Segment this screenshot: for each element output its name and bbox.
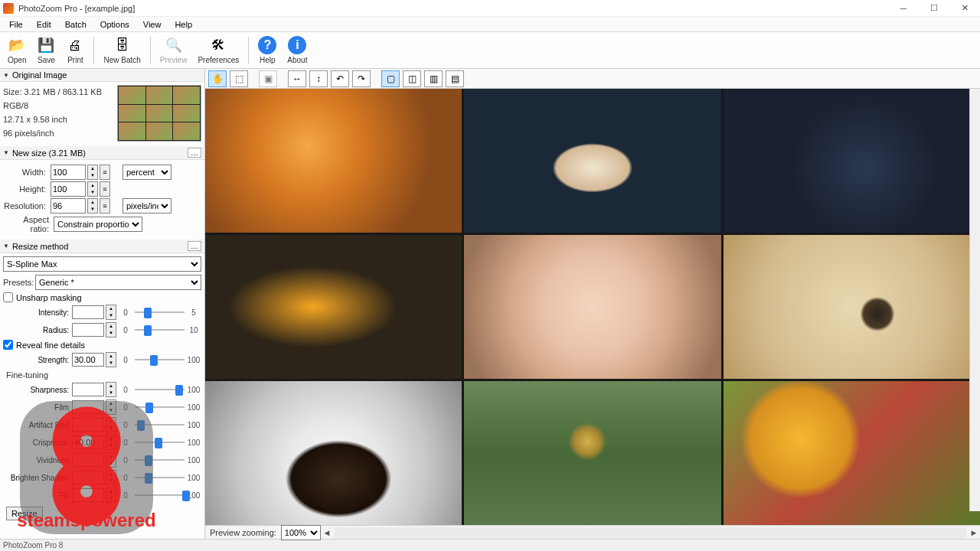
menu-batch[interactable]: Batch bbox=[59, 18, 93, 31]
sharp-slider[interactable] bbox=[135, 383, 185, 396]
preview-area[interactable] bbox=[205, 89, 980, 525]
sidebar: ▼ Original Image Size: 3.21 MB / 863.11 … bbox=[0, 69, 205, 539]
resolution-spinner[interactable]: ▲▼ bbox=[87, 198, 98, 214]
print-icon: 🖨 bbox=[66, 36, 84, 54]
crisp-spinner[interactable]: ▲▼ bbox=[106, 435, 116, 450]
width-link-button[interactable]: ≡ bbox=[100, 165, 110, 180]
vivid-slider[interactable] bbox=[135, 453, 185, 467]
aspect-label: Aspect ratio: bbox=[3, 215, 52, 233]
sharp-input[interactable] bbox=[72, 383, 104, 396]
resolution-unit-select[interactable]: pixels/inch bbox=[122, 198, 172, 214]
rotate-right-button[interactable]: ↷ bbox=[352, 70, 371, 87]
unsharp-checkbox[interactable] bbox=[3, 292, 13, 302]
fix-spinner[interactable]: ▲▼ bbox=[106, 487, 116, 503]
vivid-spinner[interactable]: ▲▼ bbox=[106, 452, 116, 468]
view-toolbar: ✋ ⬚ ▣ ↔ ↕ ↶ ↷ ▢ ◫ ▥ ▤ bbox=[205, 69, 980, 89]
hand-tool-button[interactable]: ✋ bbox=[208, 70, 227, 87]
menu-edit[interactable]: Edit bbox=[31, 18, 57, 31]
menu-file[interactable]: File bbox=[3, 18, 29, 31]
strength-spinner[interactable]: ▲▼ bbox=[106, 352, 116, 367]
view-single-button[interactable]: ▢ bbox=[381, 70, 400, 87]
fine-tuning-label: Fine-tuning bbox=[6, 370, 201, 380]
new batch-icon: 🗄 bbox=[113, 36, 132, 54]
save-button[interactable]: 💾Save bbox=[32, 34, 60, 66]
intensity-input[interactable] bbox=[72, 305, 104, 319]
artifact-input[interactable] bbox=[72, 418, 104, 432]
preferences-button[interactable]: 🛠Preferences bbox=[193, 34, 243, 66]
radius-label: Radius: bbox=[3, 326, 70, 334]
intensity-spinner[interactable]: ▲▼ bbox=[106, 305, 116, 320]
menu-options[interactable]: Options bbox=[94, 18, 136, 31]
film-input[interactable] bbox=[72, 400, 104, 414]
resolution-input[interactable] bbox=[51, 198, 86, 214]
rotate-left-button[interactable]: ↶ bbox=[331, 70, 349, 87]
radius-spinner[interactable]: ▲▼ bbox=[106, 322, 116, 337]
more-icon[interactable]: … bbox=[188, 241, 201, 251]
size-unit-select[interactable]: percent bbox=[122, 165, 172, 180]
width-input[interactable] bbox=[51, 165, 86, 180]
close-button[interactable]: ✕ bbox=[949, 0, 980, 17]
view-stacked-button[interactable]: ▤ bbox=[446, 70, 464, 87]
new-batch-button[interactable]: 🗄New Batch bbox=[99, 34, 145, 66]
horizontal-scrollbar[interactable] bbox=[335, 527, 966, 538]
preview-button[interactable]: 🔍Preview bbox=[155, 34, 192, 66]
height-link-button[interactable]: ≡ bbox=[100, 181, 110, 197]
minimize-button[interactable]: ─ bbox=[888, 0, 919, 17]
about-button[interactable]: iAbout bbox=[283, 34, 312, 66]
new-size-header[interactable]: ▼ New size (3.21 MB) … bbox=[0, 146, 204, 160]
vertical-scrollbar[interactable] bbox=[969, 89, 980, 511]
print-button[interactable]: 🖨Print bbox=[61, 34, 89, 66]
resolution-link-button[interactable]: ≡ bbox=[100, 198, 110, 214]
flip-h-button[interactable]: ↔ bbox=[288, 70, 306, 87]
maximize-button[interactable]: ☐ bbox=[919, 0, 949, 17]
height-input[interactable] bbox=[51, 181, 86, 197]
film-spinner[interactable]: ▲▼ bbox=[106, 399, 116, 415]
resize-method-select[interactable]: S-Spline Max bbox=[3, 256, 201, 272]
crisp-slider[interactable] bbox=[135, 435, 185, 449]
view-sidebyside-button[interactable]: ▥ bbox=[424, 70, 443, 87]
crop-tool-button[interactable]: ▣ bbox=[259, 70, 277, 87]
presets-select[interactable]: Generic * bbox=[35, 275, 201, 290]
original-dpi: 96 pixels/inch bbox=[3, 126, 113, 140]
height-spinner[interactable]: ▲▼ bbox=[87, 181, 98, 197]
intensity-slider[interactable] bbox=[135, 305, 185, 319]
width-spinner[interactable]: ▲▼ bbox=[87, 165, 98, 180]
fix-input[interactable] bbox=[72, 488, 104, 502]
more-icon[interactable]: … bbox=[188, 148, 201, 158]
radius-slider[interactable] bbox=[135, 323, 185, 337]
menu-help[interactable]: Help bbox=[168, 18, 198, 31]
flip-v-button[interactable]: ↕ bbox=[309, 70, 328, 87]
scroll-right-button[interactable]: ► bbox=[968, 528, 980, 537]
original-image-header[interactable]: ▼ Original Image bbox=[0, 69, 204, 82]
strength-input[interactable] bbox=[72, 353, 104, 367]
sharp-spinner[interactable]: ▲▼ bbox=[106, 382, 116, 397]
brighten-input[interactable] bbox=[72, 471, 104, 484]
resize-method-header[interactable]: ▼ Resize method … bbox=[0, 240, 204, 253]
brighten-slider[interactable] bbox=[135, 471, 185, 484]
unsharp-label: Unsharp masking bbox=[16, 293, 82, 302]
menu-view[interactable]: View bbox=[137, 18, 168, 31]
view-split-button[interactable]: ◫ bbox=[403, 70, 421, 87]
open-button[interactable]: 📂Open bbox=[3, 34, 31, 66]
strength-slider[interactable] bbox=[135, 353, 185, 367]
artifact-spinner[interactable]: ▲▼ bbox=[106, 417, 116, 432]
width-label: Width: bbox=[3, 168, 49, 177]
reveal-label: Reveal fine details bbox=[16, 341, 85, 350]
artifact-slider[interactable] bbox=[135, 418, 185, 432]
vivid-input[interactable] bbox=[72, 453, 104, 467]
crisp-input[interactable] bbox=[72, 435, 104, 449]
zoom-select[interactable]: 100% bbox=[281, 525, 321, 540]
resize-button[interactable]: Resize bbox=[6, 507, 43, 520]
film-slider[interactable] bbox=[135, 400, 185, 414]
help-button[interactable]: ?Help bbox=[253, 34, 281, 66]
preview-tile bbox=[464, 89, 720, 233]
brighten-spinner[interactable]: ▲▼ bbox=[106, 470, 116, 485]
original-thumbnail[interactable] bbox=[117, 85, 201, 142]
fix-slider[interactable] bbox=[135, 488, 185, 502]
scroll-left-button[interactable]: ◄ bbox=[321, 528, 333, 537]
radius-input[interactable] bbox=[72, 323, 104, 337]
marquee-tool-button[interactable]: ⬚ bbox=[230, 70, 248, 87]
original-info: Size: 3.21 MB / 863.11 KB RGB/8 12.71 x … bbox=[3, 85, 113, 142]
aspect-ratio-select[interactable]: Constrain proportions bbox=[54, 217, 142, 232]
reveal-checkbox[interactable] bbox=[3, 340, 13, 350]
